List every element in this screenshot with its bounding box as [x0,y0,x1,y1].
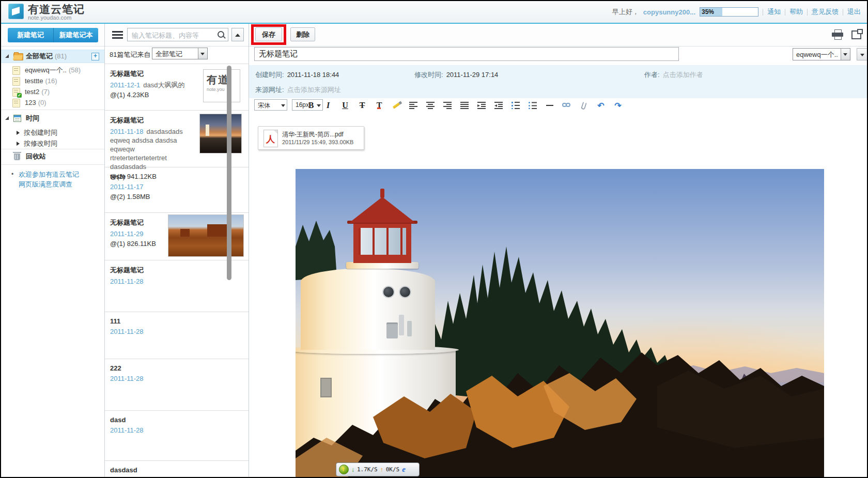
delete-button[interactable]: 删除 [290,27,315,41]
undo-button[interactable]: ↶ [595,99,607,112]
chevron-down-icon[interactable] [841,49,850,60]
list-item[interactable]: 111 2011-11-28 [105,312,249,359]
new-notebook-button[interactable]: 新建笔记本 [54,28,98,42]
collapsed-arrow-icon[interactable] [17,131,20,135]
chevron-down-icon [860,54,864,56]
bold-button[interactable]: B [305,99,317,112]
note-date-link[interactable]: 2011-11-18 [110,128,144,135]
outdent-button[interactable] [492,99,505,112]
save-button[interactable]: 保存 [255,27,282,41]
trash-label: 回收站 [26,151,46,162]
open-in-window-icon[interactable] [851,30,861,39]
italic-button[interactable]: I [322,99,334,112]
bold-icon: B [308,101,314,110]
sidebar-divider [1,164,104,165]
sidebar-item-label: 全部笔记 [26,52,53,60]
attach-file-button[interactable] [578,99,590,112]
source-url-placeholder-field[interactable]: 点击添加来源网址 [287,86,341,94]
sidebar-item-notebook[interactable]: test2(7) [1,87,104,97]
note-date-link[interactable]: 2011-11-29 [110,230,144,238]
sidebar-item-trash[interactable]: 回收站 [1,151,104,162]
list-item[interactable]: dasd 2011-11-28 [105,411,249,461]
app-title: 有道云笔记 [28,4,85,15]
note-title: dasdasd [110,466,249,474]
nav-notifications-link[interactable]: 通知 [767,7,781,17]
note-date-link[interactable]: 2011-11-28 [110,426,144,434]
notebook-label: 123 [25,99,36,106]
redo-icon: ↷ [614,101,621,111]
nav-logout-link[interactable]: 退出 [847,7,861,17]
notebook-filter-dropdown[interactable]: 全部笔记 [152,48,208,59]
sidebar-item-by-created[interactable]: 按创建时间 [1,128,104,137]
font-family-select[interactable]: 宋体 [254,99,287,111]
search-input[interactable] [131,29,214,41]
sidebar-item-notebook[interactable]: testtte(16) [1,76,104,86]
note-icon [12,99,20,107]
strikethrough-button[interactable]: T [356,99,368,112]
panel-scrollbar[interactable] [227,66,231,280]
horizontal-rule-button[interactable] [544,99,556,112]
pdf-file-icon [264,130,278,147]
list-item[interactable]: 222 2011-11-28 [105,359,249,411]
undo-icon: ↶ [597,101,604,111]
bullet-list-button[interactable] [526,99,539,112]
sidebar-item-notebook[interactable]: eqwewq一个..(58) [1,65,104,75]
sidebar-item-all-notes[interactable]: 全部笔记(81) [1,50,104,63]
chevron-down-icon[interactable] [198,48,207,59]
toolbar-row: 新建笔记 新建笔记本 保存 删除 [1,24,867,47]
note-date-link[interactable]: 2011-11-28 [110,375,144,382]
notebook-label: testtte [25,77,43,85]
highlight-button[interactable] [390,99,402,112]
print-icon[interactable] [832,29,843,39]
header-right: 早上好， copysunny200... 35% 通知 帮助 意见反馈 退出 [612,1,861,23]
sidebar-item-by-modified[interactable]: 按修改时间 [1,139,104,148]
nav-feedback-link[interactable]: 意见反馈 [812,7,839,17]
youdao-logo[interactable]: 有道云笔记 note.youdao.com [8,4,85,21]
underline-button[interactable]: U [339,99,351,112]
add-notebook-icon[interactable] [91,53,99,60]
align-left-button[interactable] [407,99,420,112]
greeting-text: 早上好， [612,7,639,17]
indent-button[interactable] [475,99,488,112]
survey-link-line1: 欢迎参加有道云笔记 [19,169,99,179]
align-right-button[interactable] [441,99,454,112]
survey-link[interactable]: • 欢迎参加有道云笔记 网页版满意度调查 [11,169,99,189]
sidebar-item-notebook[interactable]: 123(0) [1,98,104,108]
nav-help-link[interactable]: 帮助 [789,7,803,17]
expander-icon[interactable] [5,116,9,120]
more-actions-dropdown[interactable] [857,48,868,60]
download-manager-widget[interactable]: ↓ 1.7K/S ↑ 0K/S e [336,462,420,476]
download-manager-icon[interactable] [339,465,349,474]
note-date-link[interactable]: 2011-12-1 [110,81,140,89]
note-title-input[interactable] [254,47,679,61]
note-thumbnail-youdao-logo: 有道 note.you [203,69,240,102]
sidebar-item-time[interactable]: 时间 [1,113,104,124]
outdent-icon [494,102,503,109]
author-placeholder-field[interactable]: 点击添加作者 [663,71,703,79]
list-item[interactable]: dasdasd [105,461,249,477]
font-color-button[interactable]: T [373,99,385,112]
bullet-list-icon [529,102,537,109]
attachment-card[interactable]: 清华-王新民-简历...pdf 2011/11/29 15:49, 393.00… [258,126,364,150]
justify-button[interactable] [458,99,471,112]
ordered-list-button[interactable] [509,99,522,112]
note-date-link[interactable]: 2011-11-28 [110,277,144,285]
collapse-search-button[interactable] [231,28,244,41]
collapsed-arrow-icon[interactable] [17,142,20,146]
search-icon[interactable] [218,31,224,38]
internet-explorer-icon[interactable]: e [402,465,406,474]
align-center-button[interactable] [424,99,437,112]
notebook-selector-dropdown[interactable]: eqwewq一个.. [793,48,850,60]
redo-button[interactable]: ↷ [612,99,624,112]
scene-foreground-rocks [296,169,824,478]
note-date-link[interactable]: 2011-11-28 [110,328,144,335]
note-date-link[interactable]: 2011-11-17 [110,183,144,191]
note-image-lighthouse[interactable] [296,169,824,478]
expander-icon[interactable] [5,54,9,58]
list-menu-icon[interactable] [112,31,123,39]
new-note-button[interactable]: 新建笔记 [8,28,54,42]
modified-value: 2011-11-29 17:14 [446,71,499,79]
username-link[interactable]: copysunny200... [643,8,695,16]
insert-link-button[interactable] [561,99,573,112]
folder-icon [13,53,23,60]
